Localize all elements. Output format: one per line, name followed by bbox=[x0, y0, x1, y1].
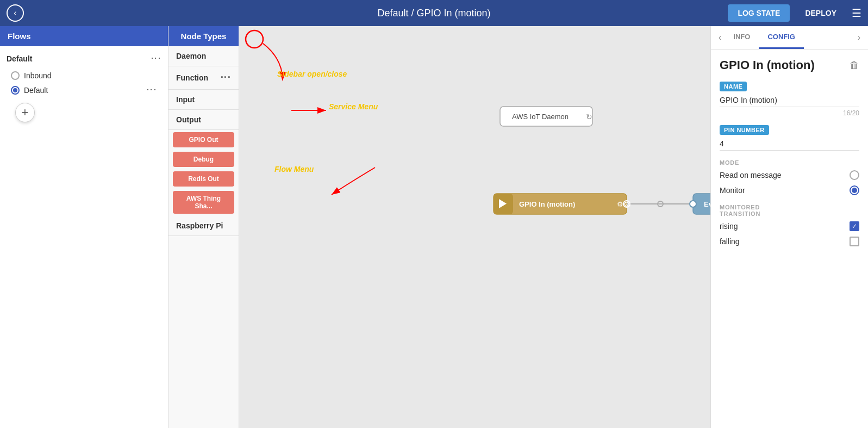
falling-label: falling bbox=[720, 237, 740, 246]
mode-label: MODE bbox=[720, 159, 859, 166]
checkbox-falling[interactable]: falling bbox=[720, 237, 859, 246]
category-output[interactable]: Output bbox=[168, 110, 239, 130]
panel-node-title: GPIO In (motion) bbox=[720, 58, 815, 72]
service-name: Default bbox=[7, 54, 32, 63]
name-label: NAME bbox=[720, 82, 747, 91]
service-row: Default ⋮ bbox=[7, 51, 161, 67]
sidebar-flows: Default ⋮ Inbound Default ⋮ + bbox=[0, 46, 168, 428]
flows-label: Flows bbox=[8, 32, 31, 41]
read-on-message-label: Read on message bbox=[720, 171, 782, 179]
monitored-transition-label: MONITOREDTRANSITION bbox=[720, 204, 859, 217]
node-types-panel: Node Types Daemon Function ⋮ Input Outpu… bbox=[168, 26, 239, 428]
svg-text:GPIO In (motion): GPIO In (motion) bbox=[519, 200, 575, 208]
category-raspberry-pi[interactable]: Raspberry Pi bbox=[168, 216, 239, 236]
svg-text:AWS IoT Daemon: AWS IoT Daemon bbox=[512, 113, 569, 121]
page-title: Default / GPIO In (motion) bbox=[377, 8, 490, 19]
monitor-label: Monitor bbox=[720, 186, 745, 195]
panel-title-row: GPIO In (motion) 🗑 bbox=[720, 58, 859, 72]
redis-out-button[interactable]: Redis Out bbox=[173, 171, 234, 187]
rising-label: rising bbox=[720, 222, 738, 231]
flow-item-inbound[interactable]: Inbound bbox=[7, 69, 161, 82]
mode-monitor[interactable]: Monitor bbox=[720, 185, 859, 195]
category-daemon[interactable]: Daemon bbox=[168, 46, 239, 66]
log-state-button[interactable]: LOG STATE bbox=[728, 4, 790, 22]
svg-text:Eval: Eval bbox=[704, 200, 710, 208]
radio-read-on-message[interactable] bbox=[850, 170, 859, 180]
tab-config[interactable]: CONFIG bbox=[759, 26, 804, 49]
trash-icon[interactable]: 🗑 bbox=[850, 60, 859, 71]
service-menu-dots[interactable]: ⋮ bbox=[150, 53, 162, 64]
topbar-actions: LOG STATE DEPLOY ☰ bbox=[728, 4, 861, 22]
aws-thing-shadow-button[interactable]: AWS Thing Sha... bbox=[173, 191, 234, 214]
main-content: Flows Default ⋮ Inbound Default bbox=[0, 26, 868, 428]
checkbox-falling-box[interactable] bbox=[850, 237, 859, 246]
sidebar-header: Flows bbox=[0, 26, 168, 46]
mode-section: MODE Read on message Monitor bbox=[720, 159, 859, 195]
tab-arrow-right[interactable]: › bbox=[854, 27, 864, 48]
gpio-out-button[interactable]: GPIO Out bbox=[173, 132, 234, 147]
back-button[interactable]: ‹ bbox=[7, 4, 24, 22]
right-panel-tabs: ‹ INFO CONFIG › bbox=[711, 26, 868, 49]
function-dots[interactable]: ⋮ bbox=[220, 72, 232, 83]
flow-label-default: Default bbox=[24, 86, 48, 95]
flow-canvas: AWS IoT Daemon ↻ GPIO In (motion) ⚙⚙ Eva… bbox=[239, 26, 710, 428]
radio-default bbox=[11, 86, 20, 95]
canvas-area[interactable]: AWS IoT Daemon ↻ GPIO In (motion) ⚙⚙ Eva… bbox=[239, 26, 710, 428]
flow-menu-dots[interactable]: ⋮ bbox=[146, 85, 158, 96]
left-sidebar: Flows Default ⋮ Inbound Default bbox=[0, 26, 168, 428]
checkbox-rising[interactable]: rising ✓ bbox=[720, 221, 859, 231]
name-counter: 16/20 bbox=[720, 109, 859, 117]
debug-button[interactable]: Debug bbox=[173, 152, 234, 167]
flow-item-default[interactable]: Default ⋮ bbox=[7, 82, 161, 98]
tab-arrow-left[interactable]: ‹ bbox=[715, 27, 725, 48]
svg-point-17 bbox=[690, 201, 696, 207]
monitored-transition-section: MONITOREDTRANSITION rising ✓ falling bbox=[720, 204, 859, 246]
svg-point-34 bbox=[246, 30, 263, 48]
mode-read-on-message[interactable]: Read on message bbox=[720, 170, 859, 180]
name-value[interactable]: GPIO In (motion) bbox=[720, 94, 859, 107]
category-input[interactable]: Input bbox=[168, 90, 239, 110]
menu-icon[interactable]: ☰ bbox=[852, 7, 861, 20]
svg-text:↻: ↻ bbox=[586, 113, 592, 121]
tab-info[interactable]: INFO bbox=[725, 26, 759, 49]
radio-monitor[interactable] bbox=[850, 185, 859, 195]
pin-value[interactable]: 4 bbox=[720, 137, 859, 151]
flow-label-inbound: Inbound bbox=[24, 71, 52, 80]
add-flow-button[interactable]: + bbox=[15, 103, 35, 122]
pin-field-section: PIN NUMBER 4 bbox=[720, 125, 859, 151]
right-panel-content: GPIO In (motion) 🗑 NAME GPIO In (motion)… bbox=[711, 49, 868, 428]
node-types-header: Node Types bbox=[168, 26, 239, 46]
deploy-button[interactable]: DEPLOY bbox=[795, 4, 846, 22]
category-function[interactable]: Function ⋮ bbox=[168, 66, 239, 90]
topbar: ‹ Default / GPIO In (motion) LOG STATE D… bbox=[0, 0, 868, 26]
name-field-section: NAME GPIO In (motion) 16/20 bbox=[720, 81, 859, 117]
pin-label: PIN NUMBER bbox=[720, 125, 769, 135]
checkbox-rising-box[interactable]: ✓ bbox=[850, 221, 859, 231]
radio-inbound bbox=[11, 71, 20, 80]
right-panel: ‹ INFO CONFIG › GPIO In (motion) 🗑 NAME … bbox=[710, 26, 868, 428]
